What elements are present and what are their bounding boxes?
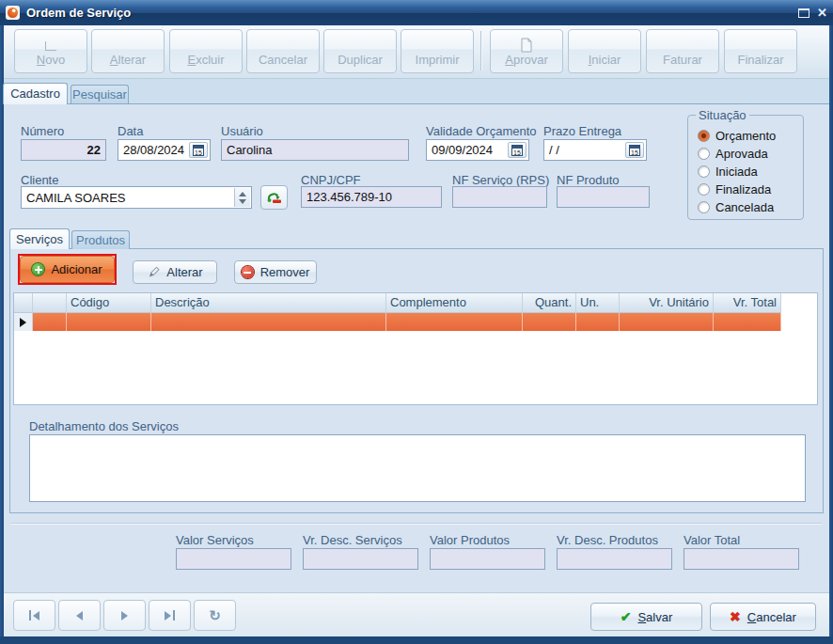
usuario-label: Usuário — [221, 124, 263, 138]
remover-button[interactable]: Remover — [234, 260, 317, 284]
cnpj-cpf-label: CNPJ/CPF — [301, 173, 361, 187]
faturar-button[interactable]: Faturar — [646, 29, 719, 73]
calendar-button[interactable] — [625, 142, 644, 158]
vr-desc-produtos-field — [557, 548, 672, 570]
totals-separator — [11, 523, 822, 525]
cnpj-cpf-field: 123.456.789-10 — [301, 186, 442, 208]
close-icon[interactable] — [817, 6, 827, 20]
adicionar-button[interactable]: Adicionar — [20, 256, 115, 283]
grid-header-indicator — [14, 293, 33, 313]
prazo-entrega-field[interactable]: / / — [543, 139, 647, 161]
nf-servico-field — [452, 186, 547, 208]
grid-header-complemento: Complemento — [386, 293, 523, 313]
cliente-label: Cliente — [21, 173, 58, 187]
first-record-icon — [33, 611, 39, 620]
radio-cancelada[interactable]: Cancelada — [698, 199, 774, 215]
grid-header-un: Un. — [576, 293, 620, 313]
new-document-icon — [15, 38, 86, 51]
validade-orcamento-field[interactable]: 09/09/2024 — [426, 139, 529, 161]
toolbar: Novo Alterar Excluir Cancelar Duplicar I… — [4, 25, 829, 79]
data-field[interactable]: 28/08/2024 — [118, 139, 211, 161]
maximize-icon[interactable] — [798, 8, 809, 18]
finalizar-button[interactable]: Finalizar — [724, 29, 797, 73]
nf-servico-label: NF Serviço (RPS) — [452, 173, 549, 187]
vr-desc-servicos-field — [303, 548, 418, 570]
cadastro-page: Número 22 Data 28/08/2024 Usuário Caroli… — [4, 103, 829, 592]
tab-servicos[interactable]: Serviços — [9, 228, 70, 249]
servicos-grid: Código Descrição Complemento Quant. Un. … — [13, 292, 818, 405]
nav-last-button[interactable] — [149, 600, 191, 631]
titlebar[interactable]: Ordem de Serviço — [0, 0, 833, 25]
nav-first-button[interactable] — [13, 600, 55, 631]
app-icon — [6, 6, 20, 20]
imprimir-button[interactable]: Imprimir — [401, 29, 474, 73]
window-border-bottom — [0, 636, 833, 644]
cancelar-button[interactable]: Cancelar — [710, 603, 816, 631]
check-icon — [621, 609, 632, 624]
vr-desc-servicos-label: Vr. Desc. Serviços — [303, 533, 402, 547]
radio-selected-icon — [698, 130, 710, 142]
validade-orcamento-label: Validade Orçamento — [426, 124, 537, 138]
iniciar-button[interactable]: Iniciar — [568, 29, 641, 73]
nav-next-button[interactable] — [103, 600, 146, 631]
window-controls — [798, 6, 827, 20]
x-icon — [730, 609, 741, 624]
calendar-icon — [511, 145, 523, 156]
grid-header-vr-unitario: Vr. Unitário — [620, 293, 714, 313]
situacao-groupbox: Situação Orçamento Aprovada Iniciada Fin… — [687, 115, 804, 220]
prazo-entrega-label: Prazo Entrega — [543, 124, 621, 138]
cliente-lookup-button[interactable] — [260, 185, 288, 210]
calendar-button[interactable] — [189, 142, 208, 158]
grid-selected-row[interactable] — [14, 313, 817, 331]
valor-total-field — [684, 548, 799, 570]
nav-refresh-button[interactable] — [194, 600, 236, 631]
cancelar-toolbar-button[interactable]: Cancelar — [246, 29, 320, 73]
detalhamento-label: Detalhamento dos Serviços — [29, 419, 179, 433]
calendar-button[interactable] — [508, 142, 527, 158]
situacao-label: Situação — [696, 108, 749, 122]
radio-finalizada[interactable]: Finalizada — [698, 181, 771, 197]
grid-header-descricao: Descrição — [151, 293, 386, 313]
data-label: Data — [118, 124, 143, 138]
radio-icon — [698, 165, 710, 178]
grid-header-vr-total: Vr. Total — [714, 293, 781, 313]
excluir-button[interactable]: Excluir — [169, 29, 243, 73]
action-highlight-box: Adicionar — [18, 254, 117, 285]
nav-prior-button[interactable] — [58, 600, 101, 631]
radio-iniciada[interactable]: Iniciada — [698, 164, 758, 180]
tab-cadastro[interactable]: Cadastro — [3, 83, 68, 104]
novo-button[interactable]: Novo — [14, 29, 87, 73]
plus-circle-icon — [32, 263, 44, 275]
radio-aprovada[interactable]: Aprovada — [698, 146, 768, 162]
alterar-item-button[interactable]: Alterar — [133, 260, 217, 284]
valor-servicos-label: Valor Serviços — [176, 533, 254, 547]
servicos-panel: Adicionar Alterar Remover — [9, 248, 824, 513]
alterar-button[interactable]: Alterar — [91, 29, 165, 73]
minus-circle-icon — [242, 266, 254, 278]
calendar-icon — [629, 145, 640, 156]
grid-header-blank — [33, 293, 67, 313]
calendar-icon — [193, 145, 204, 156]
pencil-icon — [147, 266, 160, 279]
window-border-right — [829, 25, 833, 644]
nf-produto-label: NF Produto — [557, 173, 619, 187]
tab-produtos[interactable]: Produtos — [71, 230, 130, 249]
salvar-button[interactable]: Salvar — [590, 603, 702, 631]
detalhamento-textarea[interactable] — [29, 434, 806, 502]
valor-total-label: Valor Total — [684, 533, 740, 547]
spinner-arrows-icon[interactable] — [234, 188, 250, 207]
radio-icon — [698, 201, 710, 213]
aprovar-button[interactable]: Aprovar — [490, 29, 563, 73]
tab-pesquisar[interactable]: Pesquisar — [71, 85, 129, 104]
nf-produto-field — [557, 186, 650, 208]
footer-bar: Salvar Cancelar — [4, 592, 829, 636]
duplicar-button[interactable]: Duplicar — [323, 29, 397, 73]
usuario-field: Carolina — [221, 139, 409, 161]
window-title: Ordem de Serviço — [26, 6, 131, 20]
lookup-client-icon — [266, 191, 283, 204]
cliente-combobox[interactable]: CAMILA SOARES — [21, 186, 252, 209]
radio-icon — [698, 183, 710, 196]
valor-servicos-field — [176, 548, 291, 570]
document-icon — [491, 38, 562, 53]
radio-orcamento[interactable]: Orçamento — [698, 128, 776, 144]
